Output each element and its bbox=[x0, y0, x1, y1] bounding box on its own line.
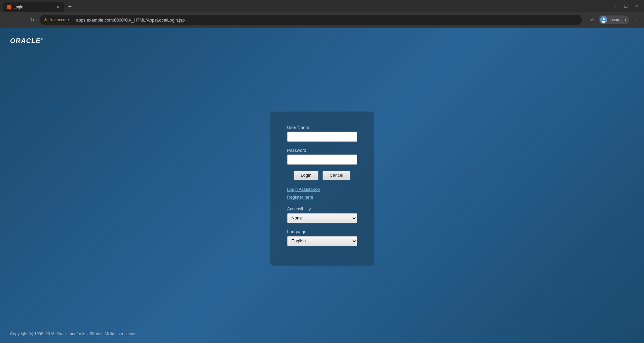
accessibility-label: Accessibility bbox=[287, 206, 357, 211]
username-label: User Name bbox=[287, 125, 357, 130]
pipe-separator: | bbox=[72, 18, 73, 22]
login-assistance-link[interactable]: Login Assistance bbox=[287, 187, 357, 192]
refresh-button[interactable]: ↻ bbox=[28, 15, 37, 25]
address-input-wrap[interactable]: ⚠ Not secure | apps.example.com:8000/OA_… bbox=[40, 15, 582, 25]
password-label: Password bbox=[287, 148, 357, 153]
active-tab[interactable]: Login ✕ bbox=[3, 2, 64, 12]
minimize-button[interactable]: − bbox=[610, 1, 620, 11]
cancel-button[interactable]: Cancel bbox=[323, 171, 350, 180]
username-input[interactable] bbox=[287, 132, 357, 142]
url-text: apps.example.com:8000/OA_HTML/AppsLocalL… bbox=[76, 18, 578, 23]
title-bar: Login ✕ + − □ × bbox=[0, 0, 644, 12]
language-label: Language bbox=[287, 229, 357, 234]
maximize-button[interactable]: □ bbox=[621, 1, 631, 11]
tab-title: Login bbox=[13, 5, 53, 9]
accessibility-group: Accessibility None Screen Reader Large T… bbox=[287, 206, 357, 223]
security-icon: ⚠ bbox=[44, 18, 47, 22]
language-group: Language English French Spanish German J… bbox=[287, 229, 357, 246]
profile-button[interactable]: Incognito bbox=[599, 15, 629, 24]
register-link[interactable]: Register here bbox=[287, 195, 357, 200]
language-select[interactable]: English French Spanish German Japanese bbox=[287, 236, 357, 246]
password-group: Password bbox=[287, 148, 357, 165]
login-button[interactable]: Login bbox=[294, 171, 318, 180]
button-row: Login Cancel bbox=[287, 171, 357, 180]
password-input[interactable] bbox=[287, 155, 357, 165]
new-tab-button[interactable]: + bbox=[65, 2, 75, 11]
window-controls: − □ × bbox=[608, 0, 644, 12]
close-button[interactable]: × bbox=[632, 1, 641, 11]
oracle-logo: ORACLE® bbox=[10, 37, 43, 45]
bookmark-icon[interactable]: ☆ bbox=[587, 15, 597, 25]
not-secure-label: Not secure bbox=[49, 18, 69, 22]
links-section: Login Assistance Register here bbox=[287, 187, 357, 200]
accessibility-select[interactable]: None Screen Reader Large Text bbox=[287, 213, 357, 223]
incognito-label: Incognito bbox=[609, 18, 626, 22]
svg-point-0 bbox=[7, 5, 11, 9]
tab-close-button[interactable]: ✕ bbox=[55, 4, 61, 10]
browser-window: Login ✕ + − □ × ← → ↻ ⚠ Not secure | app… bbox=[0, 0, 644, 343]
page-content: ORACLE® User Name Password Login Cancel … bbox=[0, 28, 644, 343]
svg-point-2 bbox=[603, 18, 605, 20]
tab-strip: Login ✕ + bbox=[0, 0, 75, 12]
address-bar: ← → ↻ ⚠ Not secure | apps.example.com:80… bbox=[0, 12, 644, 28]
menu-icon[interactable]: ⋮ bbox=[631, 15, 641, 25]
forward-button[interactable]: → bbox=[15, 15, 25, 25]
copyright-text: Copyright (c) 1998, 2016, Oracle and/or … bbox=[10, 332, 138, 336]
login-card: User Name Password Login Cancel Login As… bbox=[270, 111, 374, 266]
back-button[interactable]: ← bbox=[3, 15, 13, 25]
page-footer: Copyright (c) 1998, 2016, Oracle and/or … bbox=[10, 332, 138, 336]
username-group: User Name bbox=[287, 125, 357, 142]
tab-favicon bbox=[7, 5, 11, 9]
address-right: ☆ Incognito ⋮ bbox=[587, 15, 641, 25]
profile-avatar bbox=[600, 16, 607, 24]
